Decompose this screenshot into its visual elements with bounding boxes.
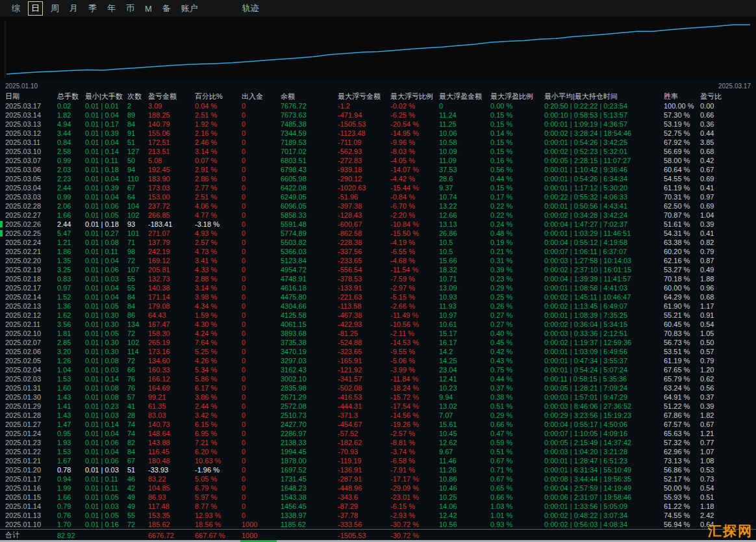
table-row[interactable]: 2025.03.052.230.01 | 0.04110183.902.86 %… [0, 174, 756, 183]
table-row[interactable]: 2025.03.134.940.01 | 0.1784140.791.92 %0… [0, 120, 756, 129]
table-row[interactable]: 2025.01.311.600.01 | 0.0876164.696.17 %0… [0, 383, 756, 393]
column-header-12[interactable]: 最大浮盈比例 [490, 92, 544, 101]
chart-canvas [0, 17, 756, 81]
cell: 2025.01.24 [5, 430, 57, 437]
table-row[interactable]: 2025.03.102.580.01 | 0.14127213.513.14 %… [0, 147, 756, 156]
table-row[interactable]: 2025.02.041.040.01 | 0.0366160.335.34 %0… [0, 365, 756, 374]
column-header-8[interactable]: 余额 [281, 92, 338, 101]
table-row[interactable]: 2025.02.131.360.01 | 0.0584179.084.34 %0… [0, 302, 756, 311]
table-row[interactable]: 2025.03.141.820.01 | 0.0489188.252.51 %0… [0, 110, 756, 120]
column-header-9[interactable]: 最大浮亏金额 [338, 92, 390, 101]
menu-item-10[interactable]: 账户 [179, 2, 201, 15]
table-row[interactable]: 2025.01.151.660.01 | 0.054986.935.97 %01… [0, 493, 756, 502]
table-row[interactable]: 2025.02.063.200.01 | 0.30114173.165.25 %… [0, 347, 756, 356]
table-row[interactable]: 2025.01.281.430.01 | 0.032883.033.42 %02… [0, 411, 756, 420]
table-row[interactable]: 2025.02.241.210.01 | 0.0871137.792.57 %0… [0, 238, 756, 247]
column-header-7[interactable]: 出入金 [242, 92, 281, 101]
table-row[interactable]: 2025.02.271.660.01 | 0.05102266.854.77 %… [0, 211, 756, 220]
cell: -33.93 [148, 466, 195, 474]
column-header-10[interactable]: 最大浮亏比例 [390, 92, 439, 101]
cell: 0.79 [57, 502, 85, 510]
table-row[interactable]: 2025.02.051.260.01 | 0.0872134.604.26 %0… [0, 356, 756, 365]
cell: 0:00:10 | 0:58:53 | 5:13:57 [544, 111, 664, 119]
table-row[interactable]: 2025.01.240.950.01 | 0.0474148.646.95 %0… [0, 429, 756, 438]
cell: 2138.33 [281, 439, 338, 446]
menu-item-6[interactable]: 年 [105, 2, 118, 15]
menu-item-2[interactable]: 日 [28, 1, 43, 16]
table-row[interactable]: 2025.02.101.810.01 | 0.0572158.304.24 %0… [0, 329, 756, 338]
table-row[interactable]: 2025.02.201.350.01 | 0.0472169.123.41 %0… [0, 256, 756, 265]
table-row[interactable]: 2025.01.231.930.01 | 0.0682143.887.21 %0… [0, 438, 756, 447]
column-header-4[interactable]: 次数 [127, 92, 148, 101]
cell: -121.92 [338, 366, 390, 374]
table-row[interactable]: 2025.02.255.470.01 | 0.27101271.074.93 %… [0, 229, 756, 238]
table-row[interactable]: 2025.02.180.830.01 | 0.0355132.732.88 %0… [0, 274, 756, 283]
table-row[interactable]: 2025.01.211.670.01 | 0.0667180.4810.63 %… [0, 456, 756, 465]
table-row[interactable]: 2025.03.123.440.01 | 0.3991155.062.16 %0… [0, 129, 756, 138]
table-row[interactable]: 2025.03.110.840.01 | 0.0451172.512.46 %0… [0, 138, 756, 147]
table-row[interactable]: 2025.03.030.990.01 | 0.0464153.002.51 %0… [0, 192, 756, 201]
table-row[interactable]: 2025.03.070.990.01 | 0.11505.080.07 %068… [0, 156, 756, 165]
column-header-15[interactable]: 盈亏比 [700, 92, 746, 101]
cell: 0.76 [57, 511, 85, 519]
column-header-11[interactable]: 最大浮盈金额 [439, 92, 490, 101]
table-row[interactable]: 2025.02.072.850.01 | 0.30102265.197.64 %… [0, 338, 756, 347]
table-row[interactable]: 2025.02.141.520.01 | 0.0484171.143.98 %0… [0, 292, 756, 302]
table-row[interactable]: 2025.02.113.560.01 | 0.30134167.474.30 %… [0, 320, 756, 329]
table-row[interactable]: 2025.02.121.620.01 | 0.308664.431.59 %04… [0, 311, 756, 320]
table-row[interactable]: 2025.01.221.530.01 | 0.0484116.456.20 %0… [0, 447, 756, 456]
table-row[interactable]: 2025.03.042.440.01 | 0.3967173.032.77 %0… [0, 183, 756, 192]
column-header-5[interactable]: 盈亏金额 [148, 92, 195, 101]
table-row[interactable]: 2025.02.282.060.01 | 0.06104237.724.06 %… [0, 201, 756, 211]
menu-item-9[interactable]: 备 [160, 2, 173, 15]
cell: -11.84 % [390, 375, 439, 383]
cell: 2025.03.04 [5, 184, 57, 192]
table-row[interactable]: 2025.01.101.700.01 | 0.1672185.6218.56 %… [0, 520, 756, 529]
column-header-3[interactable]: 最小|大手数 [85, 92, 127, 101]
cell: 0.54 [700, 320, 746, 328]
table-row[interactable]: 2025.01.170.940.01 | 0.114683.225.05 %01… [0, 474, 756, 484]
table-row[interactable]: 2025.03.062.030.01 | 0.1894192.452.91 %0… [0, 165, 756, 174]
table-row[interactable]: 2025.02.262.440.01 | 0.1893-183.41-3.18 … [0, 220, 756, 229]
cell: 0:00:01 | 0:54:26 | 3:42:25 [544, 138, 664, 146]
menu-item-3[interactable]: 周 [48, 2, 62, 15]
cell: 1185.62 [281, 521, 338, 528]
cell: 4.26 % [195, 357, 242, 365]
table-row[interactable]: 2025.01.140.790.01 | 0.0349117.488.77 %0… [0, 502, 756, 511]
cell: 1.18 [700, 502, 746, 510]
cell: 0:00:03 | 1:27:58 | 10:14:03 [544, 257, 664, 265]
menu-item-5[interactable]: 季 [86, 2, 99, 15]
table-row[interactable]: 2025.01.130.760.01 | 0.0555153.3512.93 %… [0, 511, 756, 520]
cell: 0.14 % [490, 129, 544, 137]
cell: 0 [242, 239, 281, 246]
cell: 46 [127, 475, 148, 483]
table-row[interactable]: 2025.01.301.430.01 | 0.085799.213.86 %02… [0, 393, 756, 402]
menu-item-1[interactable]: 综 [9, 2, 23, 15]
cell: 0.01 | 0.23 [85, 402, 127, 410]
cell: 52.17 % [664, 475, 700, 483]
table-row[interactable]: 2025.01.271.470.01 | 0.1474140.736.15 %0… [0, 420, 756, 429]
column-header-2[interactable]: 总手数 [57, 92, 85, 101]
table-row[interactable]: 2025.01.200.780.01 | 0.0351-33.93-1.96 %… [0, 465, 756, 474]
cell: 2.57 % [195, 239, 242, 246]
menu-item-trail[interactable]: 轨迹 [240, 2, 262, 15]
column-header-6[interactable]: 百分比% [195, 92, 242, 101]
cell: 0 [242, 138, 281, 146]
table-row[interactable]: 2025.01.161.990.01 | 0.1142104.856.79 %0… [0, 484, 756, 493]
chart-start-date: 2025.01.10 [5, 83, 38, 90]
table-row[interactable]: 2025.03.170.020.01 | 0.0123.090.04 %0767… [0, 101, 756, 110]
menu-item-8[interactable]: M [142, 3, 155, 14]
cell: 41 [127, 402, 148, 410]
menu-item-4[interactable]: 月 [67, 2, 81, 15]
table-row[interactable]: 2025.02.211.860.01 | 0.1198242.194.73 %0… [0, 247, 756, 256]
column-header-14[interactable]: 胜率 [664, 92, 700, 101]
cell: 266.85 [148, 211, 195, 219]
table-row[interactable]: 2025.02.031.530.01 | 0.1476166.125.86 %0… [0, 374, 756, 383]
cell: 0 [242, 129, 281, 137]
menu-item-7[interactable]: 币 [123, 2, 137, 15]
column-header-13[interactable]: 最小平均|最大持仓时间 [544, 92, 664, 101]
table-row[interactable]: 2025.02.170.970.01 | 0.0455140.383.14 %0… [0, 283, 756, 292]
table-row[interactable]: 2025.02.193.250.01 | 0.06107205.814.33 %… [0, 265, 756, 274]
table-row[interactable]: 2025.01.291.410.01 | 0.234161.352.44 %02… [0, 402, 756, 411]
column-header-1[interactable]: 日期 [5, 92, 57, 101]
